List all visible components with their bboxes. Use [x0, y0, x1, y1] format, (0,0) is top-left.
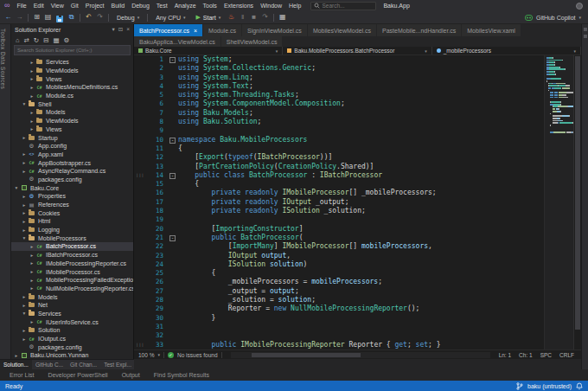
zoom-level-dropdown[interactable]: 100 %: [138, 352, 154, 358]
bell-icon[interactable]: [576, 382, 583, 390]
close-icon[interactable]: ×: [194, 28, 197, 34]
chevron-right-icon[interactable]: ▸: [21, 328, 28, 333]
code-line[interactable]: 27 _output = output;: [134, 287, 581, 296]
save-icon[interactable]: [56, 16, 63, 22]
tool-tab-test-expl[interactable]: Test Expl...: [100, 360, 135, 369]
tree-item-models[interactable]: ▸Models: [11, 108, 133, 117]
code-line[interactable]: 29 Reporter = new NullMobileProcessingRe…: [134, 304, 581, 313]
global-search-input[interactable]: [322, 3, 373, 9]
show-all-files-icon[interactable]: ▦: [53, 36, 59, 44]
notifications-icon[interactable]: [584, 28, 587, 31]
code-line[interactable]: 24 ISolution solution): [134, 260, 581, 269]
tree-item-startup[interactable]: ▸Startup: [11, 133, 133, 142]
panel-tab-error-list[interactable]: Error List: [3, 369, 40, 381]
platform-dropdown[interactable]: Any CPU ▾: [151, 12, 189, 23]
menu-build[interactable]: Build: [108, 0, 129, 11]
stop-icon[interactable]: ■: [249, 11, 259, 23]
tree-item-mobilesmenudefinitions-cs[interactable]: ▸C#MobilesMenuDefinitions.cs: [11, 83, 133, 92]
solution-explorer-search-input[interactable]: [17, 48, 127, 53]
tree-item-baku-core[interactable]: ▾Baku.Core: [11, 183, 133, 192]
tree-item-app-xaml[interactable]: ▸<>App.xaml: [11, 151, 133, 159]
code-line[interactable]: 30 }: [134, 314, 581, 323]
close-icon[interactable]: ×: [126, 26, 130, 33]
chevron-right-icon[interactable]: ▸: [29, 85, 35, 90]
chevron-right-icon[interactable]: ▸: [29, 278, 35, 283]
code-line[interactable]: 32: [134, 331, 581, 340]
chevron-down-icon[interactable]: ▾: [21, 311, 28, 316]
chevron-right-icon[interactable]: ▸: [29, 244, 35, 249]
panel-tab-find-symbol-results[interactable]: Find Symbol Results: [148, 369, 215, 381]
tree-item-imobileprocessingreporter-cs[interactable]: ▸C#IMobileProcessingReporter.cs: [11, 260, 133, 268]
chevron-right-icon[interactable]: ▸: [29, 68, 35, 74]
menu-tools[interactable]: Tools: [200, 0, 220, 11]
redo-icon[interactable]: ↷: [95, 11, 105, 23]
chevron-right-icon[interactable]: ▸: [21, 303, 28, 308]
tree-item-batchprocessor-cs[interactable]: ▸C#BatchProcessor.cs: [11, 242, 133, 251]
code-line[interactable]: 25 {: [134, 269, 581, 278]
refresh-icon[interactable]: ↻: [34, 36, 39, 44]
tree-item-solution[interactable]: ▸Solution: [11, 326, 133, 335]
code-line[interactable]: 1-using System;: [134, 55, 581, 64]
breadcrumb-mobileprocessors[interactable]: _mobileProcessors▾: [432, 47, 581, 54]
step-over-icon[interactable]: ↷: [260, 11, 270, 23]
breadcrumb-baku-core[interactable]: Baku.Core▾: [134, 47, 283, 54]
tool-tab-git-chan[interactable]: Git Chan...: [67, 360, 100, 369]
chevron-right-icon[interactable]: ▸: [29, 285, 35, 291]
tree-item-packages-config[interactable]: ⚙packages.config: [11, 176, 133, 184]
fold-collapse-icon[interactable]: -: [167, 136, 178, 144]
sync-with-active-document-icon[interactable]: ⇄: [24, 36, 29, 44]
menu-extensions[interactable]: Extensions: [220, 0, 257, 11]
code-line[interactable]: 20 [ImportingConstructor]: [134, 225, 581, 234]
code-line[interactable]: 31: [134, 323, 581, 331]
menu-project[interactable]: Project: [82, 0, 108, 11]
tab-pastemobile-ndhandler-cs[interactable]: PasteMobile...ndHandler.cs: [377, 24, 461, 36]
tree-item-asyncrelaycommand-cs[interactable]: ▸C#AsyncRelayCommand.cs: [11, 167, 133, 176]
vertical-scrollbar-thumb[interactable]: [575, 56, 580, 330]
code-line[interactable]: 21- public BatchProcessor(: [134, 234, 581, 242]
navigate-forward-icon[interactable]: →: [15, 11, 24, 23]
code-line[interactable]: 5using System.Threading.Tasks;: [134, 91, 581, 99]
chevron-right-icon[interactable]: ▸: [29, 269, 35, 274]
chevron-right-icon[interactable]: ▸: [29, 260, 35, 266]
tree-item-mobileprocessingfailedexception-cs[interactable]: ▸C#MobileProcessingFailedException.cs: [11, 276, 133, 285]
fold-collapse-icon[interactable]: -: [167, 234, 178, 242]
dock-menu-icon[interactable]: ▾: [112, 26, 114, 33]
horizontal-scrollbar[interactable]: [231, 352, 490, 358]
tab-bakuapplica-viewmodel-cs[interactable]: BakuApplica...ViewModel.cs: [134, 36, 220, 47]
properties-icon[interactable]: ⚙: [64, 36, 70, 44]
side-tab-data-sources[interactable]: Data Sources: [0, 52, 6, 89]
code-line[interactable]: 13 [PartCreationPolicy(CreationPolicy.Sh…: [134, 163, 581, 171]
code-line[interactable]: 4using System.Text;: [134, 82, 581, 91]
chevron-right-icon[interactable]: ▸: [21, 294, 28, 299]
menu-file[interactable]: File: [13, 0, 29, 11]
tool-tab-github-c[interactable]: GitHub C...: [32, 360, 67, 369]
tree-item-viewmodels[interactable]: ▸ViewModels: [11, 117, 133, 125]
github-copilot-badge[interactable]: GitHub Copilot ▾: [525, 15, 585, 21]
tree-item-app-config[interactable]: ⚙App.config: [11, 142, 133, 151]
tree-item-module-cs[interactable]: ▸C#Module.cs: [11, 92, 133, 100]
account-avatar[interactable]: [576, 3, 583, 10]
chevron-right-icon[interactable]: ▸: [21, 160, 28, 165]
undo-icon[interactable]: ↶: [84, 11, 93, 23]
menu-window[interactable]: Window: [257, 0, 285, 11]
chevron-down-icon[interactable]: ▾: [13, 185, 20, 190]
minimap[interactable]: [544, 55, 573, 349]
tab-signinviewmodel-cs[interactable]: SignInViewModel.cs: [242, 24, 307, 36]
tree-item-views[interactable]: ▸Views: [11, 74, 133, 83]
code-line[interactable]: 6using System.ComponentModel.Composition…: [134, 99, 581, 108]
code-line[interactable]: 8using Baku.Solution;: [134, 118, 581, 126]
chevron-right-icon[interactable]: ▸: [21, 151, 28, 157]
chevron-right-icon[interactable]: ▸: [21, 219, 28, 224]
chevron-right-icon[interactable]: ▸: [29, 110, 35, 115]
chevron-right-icon[interactable]: ▸: [21, 202, 28, 208]
navigate-back-icon[interactable]: ←: [3, 11, 13, 23]
tab-batchprocessor-cs[interactable]: BatchProcessor.cs×: [134, 24, 202, 36]
code-line[interactable]: 10-namespace Baku.MobileProcessors: [134, 136, 581, 144]
tree-item-shell[interactable]: ▾Shell: [11, 99, 133, 108]
chevron-right-icon[interactable]: ▸: [21, 337, 28, 342]
chevron-right-icon[interactable]: ▸: [13, 353, 20, 358]
tree-item-ioutput-cs[interactable]: ▸C#IOutput.cs: [11, 335, 133, 343]
open-file-icon[interactable]: ▤: [43, 11, 53, 23]
tree-item-properties[interactable]: ▸⚙Properties: [11, 192, 133, 201]
save-all-icon[interactable]: ⧉: [67, 11, 76, 23]
